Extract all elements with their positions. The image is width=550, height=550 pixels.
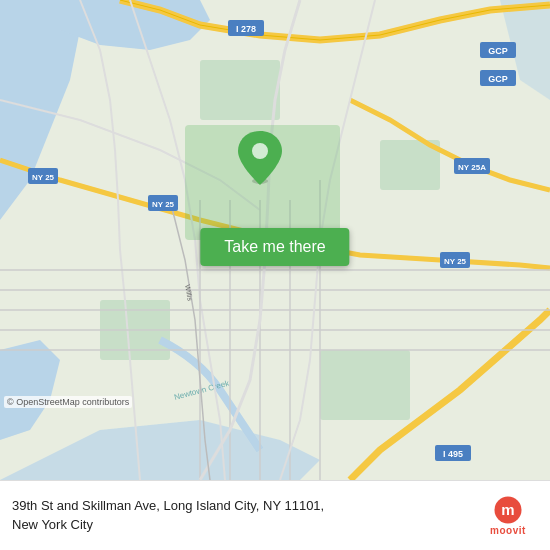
svg-text:GCP: GCP [488, 46, 508, 56]
svg-rect-33 [480, 70, 516, 86]
svg-point-35 [252, 178, 268, 184]
svg-rect-21 [28, 168, 58, 184]
svg-rect-2 [380, 140, 440, 190]
svg-text:NY 25: NY 25 [32, 173, 55, 182]
svg-rect-1 [200, 60, 280, 120]
svg-rect-4 [320, 350, 410, 420]
svg-rect-17 [228, 20, 264, 36]
moovit-label: moovit [490, 525, 526, 536]
svg-text:Newtown Creek: Newtown Creek [173, 378, 231, 402]
address-text: 39th St and Skillman Ave, Long Island Ci… [12, 497, 470, 533]
svg-rect-27 [440, 252, 470, 268]
take-me-there-button[interactable]: Take me there [200, 228, 349, 266]
svg-point-36 [252, 143, 268, 159]
svg-text:NY 25: NY 25 [152, 200, 175, 209]
svg-rect-29 [454, 158, 490, 174]
info-bar: 39th St and Skillman Ave, Long Island Ci… [0, 480, 550, 550]
svg-text:GCP: GCP [488, 74, 508, 84]
osm-attribution: © OpenStreetMap contributors [4, 396, 132, 408]
svg-rect-31 [480, 42, 516, 58]
svg-text:m: m [501, 501, 514, 518]
svg-text:I 278: I 278 [236, 24, 256, 34]
map-container: Newtown Creek Willis I [0, 0, 550, 480]
svg-text:NY 25A: NY 25A [458, 163, 486, 172]
svg-text:NY 25: NY 25 [444, 257, 467, 266]
svg-text:Willis: Willis [184, 284, 194, 302]
svg-rect-37 [185, 125, 340, 240]
svg-text:I 495: I 495 [443, 449, 463, 459]
svg-rect-3 [100, 300, 170, 360]
svg-rect-23 [148, 195, 178, 211]
svg-rect-19 [435, 445, 471, 461]
moovit-logo: m moovit [478, 495, 538, 536]
